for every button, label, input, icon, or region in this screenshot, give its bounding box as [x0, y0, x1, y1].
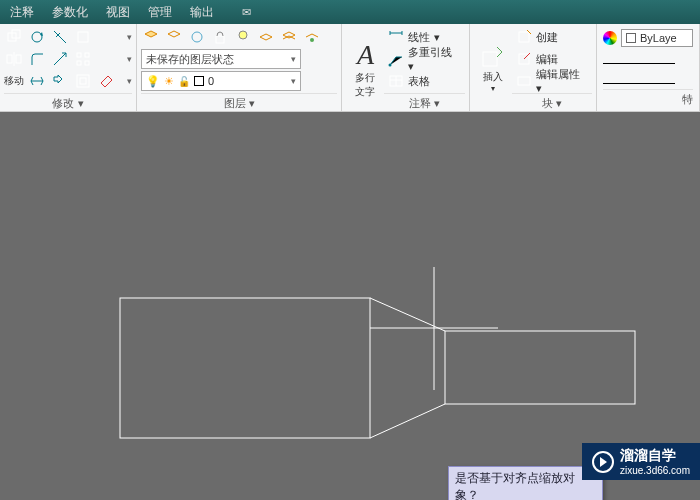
dropdown-icon[interactable]: ▾: [127, 32, 132, 42]
svg-point-16: [310, 38, 314, 42]
color-square-icon: [626, 33, 636, 43]
stretch-icon[interactable]: [27, 71, 47, 91]
menu-view[interactable]: 视图: [106, 4, 130, 21]
svg-rect-25: [120, 298, 370, 438]
svg-point-15: [239, 31, 247, 39]
play-icon: [592, 451, 614, 473]
svg-rect-12: [80, 78, 86, 84]
svg-point-13: [192, 32, 202, 42]
watermark: 溜溜自学 zixue.3d66.com: [582, 443, 700, 480]
align-scale-prompt: 是否基于对齐点缩放对象？ 是(Y) 否(N): [448, 466, 603, 500]
insert-icon: [480, 44, 506, 70]
layer-current-dropdown[interactable]: 💡 ☀ 🔓 0 ▾: [141, 71, 301, 91]
svg-point-2: [32, 32, 42, 42]
lock-open-icon: 🔓: [178, 76, 190, 87]
rotate-icon[interactable]: [27, 27, 47, 47]
color-dropdown[interactable]: ByLaye: [621, 29, 693, 47]
menubar: 注释 参数化 视图 管理 输出 ✉: [0, 0, 700, 24]
erase-icon[interactable]: [96, 71, 116, 91]
layer-name: 0: [208, 75, 214, 87]
svg-rect-24: [518, 77, 530, 85]
watermark-url: zixue.3d66.com: [620, 465, 690, 476]
svg-rect-7: [77, 53, 81, 57]
panel-label-layer[interactable]: 图层 ▾: [141, 93, 337, 111]
menu-output[interactable]: 输出: [190, 4, 214, 21]
svg-point-17: [389, 64, 392, 67]
watermark-brand: 溜溜自学: [620, 447, 690, 465]
lineweight-dropdown[interactable]: [603, 53, 675, 64]
svg-rect-14: [216, 36, 224, 43]
layer-prev-icon[interactable]: [279, 27, 299, 47]
panel-annotation: A 多行 文字 线性 ▾ 多重引线 ▾ 表格 注释 ▾: [342, 24, 469, 111]
edit-icon: [516, 51, 532, 67]
panel-label-annot[interactable]: 注释 ▾: [384, 93, 464, 111]
trim-icon[interactable]: [50, 27, 70, 47]
layer-iso-icon[interactable]: [164, 27, 184, 47]
menu-manage[interactable]: 管理: [148, 4, 172, 21]
panel-layer: 未保存的图层状态 ▾ 💡 ☀ 🔓 0 ▾ 图层 ▾: [137, 24, 342, 111]
table-button[interactable]: 表格: [384, 70, 464, 92]
svg-rect-28: [445, 331, 635, 404]
layer-walk-icon[interactable]: [302, 27, 322, 47]
svg-rect-21: [483, 52, 497, 66]
svg-rect-22: [519, 32, 529, 42]
svg-rect-10: [85, 61, 89, 65]
mleader-label: 多重引线 ▾: [408, 45, 460, 73]
panel-modify: ▾ ▾ 移动 ▾ 修改 ▾: [0, 24, 137, 111]
svg-rect-11: [77, 75, 89, 87]
create-block-button[interactable]: 创建: [512, 26, 592, 48]
dropdown-icon[interactable]: ▾: [127, 54, 132, 64]
layer-prop-icon[interactable]: [141, 27, 161, 47]
bulb-icon: 💡: [146, 75, 160, 88]
text-A-icon: A: [357, 39, 374, 71]
create-label: 创建: [536, 30, 558, 45]
table-icon: [388, 73, 404, 89]
panel-label-block[interactable]: 块 ▾: [512, 93, 592, 111]
fillet-icon[interactable]: [27, 49, 47, 69]
mirror-icon[interactable]: [4, 49, 24, 69]
layer-state-text: 未保存的图层状态: [146, 52, 234, 67]
edit-attr-button[interactable]: 编辑属性 ▾: [512, 70, 592, 92]
svg-rect-9: [77, 61, 81, 65]
linear-label: 线性 ▾: [408, 30, 439, 45]
editattr-label: 编辑属性 ▾: [536, 67, 588, 95]
layer-match-icon[interactable]: [256, 27, 276, 47]
mtext-label1: 多行: [355, 71, 375, 85]
editattr-icon: [516, 73, 532, 89]
panel-properties: ByLaye 特: [597, 24, 700, 111]
insert-button[interactable]: 插入 ▾: [474, 26, 512, 111]
mleader-button[interactable]: 多重引线 ▾: [384, 48, 464, 70]
panel-label-modify[interactable]: 修改 ▾: [4, 93, 132, 111]
mtext-button[interactable]: A 多行 文字: [346, 26, 384, 111]
dropdown-icon[interactable]: ▾: [127, 76, 132, 86]
layer-freeze-icon[interactable]: [187, 27, 207, 47]
insert-label: 插入: [483, 70, 503, 84]
array-icon[interactable]: [73, 49, 93, 69]
layer-state-dropdown[interactable]: 未保存的图层状态 ▾: [141, 49, 301, 69]
mtext-label2: 文字: [355, 85, 375, 99]
layer-lock-icon[interactable]: [210, 27, 230, 47]
svg-rect-3: [78, 32, 88, 42]
menu-annotation[interactable]: 注释: [10, 4, 34, 21]
create-icon: [516, 29, 532, 45]
table-label: 表格: [408, 74, 430, 89]
drawing-canvas[interactable]: 是否基于对齐点缩放对象？ 是(Y) 否(N) 溜溜自学 zixue.3d66.c…: [0, 112, 700, 500]
mail-icon[interactable]: ✉: [242, 6, 251, 19]
linetype-dropdown[interactable]: [603, 73, 675, 84]
offset-icon[interactable]: [73, 71, 93, 91]
layer-off-icon[interactable]: [233, 27, 253, 47]
color-swatch: [194, 76, 204, 86]
explode-icon[interactable]: [50, 71, 70, 91]
more-icon[interactable]: [73, 27, 93, 47]
color-wheel-icon[interactable]: [603, 31, 617, 45]
scale-icon[interactable]: [50, 49, 70, 69]
panel-block: 插入 ▾ 创建 编辑 编辑属性 ▾ 块 ▾: [470, 24, 597, 111]
svg-rect-5: [16, 55, 21, 63]
panel-label-props[interactable]: 特: [603, 89, 693, 107]
edit-label: 编辑: [536, 52, 558, 67]
menu-parametric[interactable]: 参数化: [52, 4, 88, 21]
copy-icon[interactable]: [4, 27, 24, 47]
svg-rect-8: [85, 53, 89, 57]
mleader-icon: [388, 51, 404, 67]
sun-icon: ☀: [164, 75, 174, 88]
